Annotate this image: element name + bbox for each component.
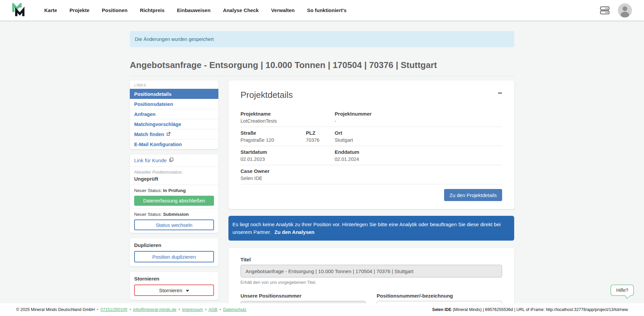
sidebar-item-email-konfiguration[interactable]: E-Mail Konfiguration [130,139,218,149]
copy-icon [169,157,174,164]
field-value: Pragstraße 120 [240,137,306,143]
nav-item-positionen[interactable]: Positionen [102,7,128,13]
main-column: Projektdetails − Projektname LotCreation… [228,80,514,316]
footer-user-details: (Mineral Minds) | 69576255536d | URL of … [451,307,628,312]
sidebar-item-match-finden[interactable]: Match finden [130,129,218,139]
new-status-prefix: Neuer Status: [134,188,162,193]
customer-link[interactable]: Link für Kunde [134,157,174,164]
nav-item-verwalten[interactable]: Verwalten [271,7,294,13]
footer-session-info: Selen IDE (Mineral Minds) | 69576255536d… [432,307,628,312]
footer-user-name: Selen IDE [432,307,452,312]
footer-separator: • [219,307,221,312]
footer-separator: • [178,307,180,312]
help-button[interactable]: Hilfe? [610,285,634,296]
field-label: Case Owner [240,168,502,174]
page-container: Die Änderungen wurden gespeichert Angebo… [130,0,514,316]
go-to-analyses-link[interactable]: Zu den Analysen [274,229,314,235]
field-label: PLZ [306,130,335,136]
footer-link-datenschutz[interactable]: Datenschutz [223,307,246,312]
new-status-1: Neuer Status: In Prüfung [134,188,214,193]
nav-item-analyse-check[interactable]: Analyse Check [223,7,259,13]
title-field-input [240,265,502,277]
footer-copyright: © 2025 Mineral Minds Deutschland GmbH [16,307,95,312]
field-value: 70376 [306,137,335,143]
field-label: Projektnummer [335,111,502,117]
external-link-icon [166,131,171,138]
cancel-card-title: Stornieren [134,276,214,281]
new-status-2-value: Submission [163,212,189,217]
success-alert: Die Änderungen wurden gespeichert [130,31,514,47]
nav-item-karte[interactable]: Karte [44,7,57,13]
status-card: Link für Kunde Aktueller Positionsstatus… [130,154,218,233]
sidebar-item-positionsdetails[interactable]: Positionsdetails [130,89,218,99]
links-card: LINKS Positionsdetails Positionsdateien … [130,80,218,149]
our-position-number-label: Unsere Positionsnummer [240,293,366,299]
field-value: 02.01.2024 [335,156,502,162]
field-plz: PLZ 70376 [306,130,335,143]
server-stack-icon[interactable] [600,6,610,15]
analytics-info-banner: Es liegt noch keine Analytik zu Ihrer Po… [228,216,514,241]
title-field-help: Erhält den von uns vorgegebenen Titel. [240,280,502,285]
sidebar-item-label: Positionsdateien [134,101,173,108]
mineral-minds-logo-icon [12,3,28,18]
top-navbar: Karte Projekte Positionen Richtpreis Ein… [0,0,644,20]
footer-separator: • [129,307,131,312]
footer-link-phone[interactable]: 07151/250100 [101,307,127,312]
new-status-prefix: Neuer Status: [134,212,162,217]
new-status-1-value: In Prüfung [163,188,186,193]
footer-separator: • [205,307,206,312]
field-enddatum: Enddatum 02.01.2024 [335,149,502,162]
field-label: Ort [335,130,502,136]
cancel-dropdown-button[interactable]: Stornieren [134,285,214,296]
sidebar-item-positionsdateien[interactable]: Positionsdateien [130,99,218,109]
page-title: Angebotsanfrage - Entsorgung | 10.000 To… [130,60,514,76]
field-value: 02.01.2023 [240,156,335,162]
sidebar: LINKS Positionsdetails Positionsdateien … [130,80,218,305]
sidebar-item-label: Anfragen [134,111,156,118]
cancel-card: Stornieren Stornieren [130,272,218,300]
nav-item-einbauweisen[interactable]: Einbauweisen [177,7,211,13]
sidebar-item-label: E-Mail Konfiguration [134,141,182,148]
footer-separator: • [97,307,98,312]
field-label: Straße [240,130,306,136]
sidebar-item-label: Matchingvorschläge [134,121,181,128]
duplicate-position-button[interactable]: Position duplizieren [134,251,214,262]
user-avatar[interactable] [618,3,632,17]
complete-data-entry-button[interactable]: Datenerfassung abschließen [134,196,214,206]
links-card-header: LINKS [130,80,218,89]
duplicate-card-title: Duplizieren [134,242,214,248]
analytics-banner-text: Es liegt noch keine Analytik zu Ihrer Po… [232,222,501,235]
nav-item-so-funktionierts[interactable]: So funktioniert's [307,7,346,13]
field-value: Selen IDE [240,175,502,181]
field-label: Startdatum [240,149,335,155]
field-case-owner: Case Owner Selen IDE [240,168,502,181]
sidebar-item-matchingvorschlaege[interactable]: Matchingvorschläge [130,119,218,129]
sidebar-item-anfragen[interactable]: Anfragen [130,109,218,119]
field-value: Stuttgart [335,137,502,143]
project-details-card: Projektdetails − Projektname LotCreation… [228,80,514,209]
footer-link-email[interactable]: info@mineral-minds.de [133,307,176,312]
nav-item-projekte[interactable]: Projekte [69,7,89,13]
field-ort: Ort Stuttgart [335,130,502,143]
switch-status-button[interactable]: Status wechseln [134,219,214,230]
field-value: LotCreationTests [240,118,335,124]
project-details-grid: Projektname LotCreationTests Projektnumm… [240,108,502,184]
field-projektnummer: Projektnummer - [335,111,502,124]
success-alert-text: Die Änderungen wurden gespeichert [135,37,214,42]
field-label: Projektname [240,111,335,117]
caret-down-icon [186,290,189,292]
collapse-icon[interactable]: − [498,90,502,97]
nav-item-richtpreis[interactable]: Richtpreis [140,7,164,13]
cancel-dropdown-label: Stornieren [159,288,182,293]
footer: © 2025 Mineral Minds Deutschland GmbH • … [0,303,644,316]
new-status-2: Neuer Status: Submission [134,211,214,217]
field-startdatum: Startdatum 02.01.2023 [240,149,335,162]
duplicate-card: Duplizieren Position duplizieren [130,238,218,266]
field-projektname: Projektname LotCreationTests [240,111,335,124]
current-status-label: Aktueller Positionsstatus: [134,170,214,175]
content-layout: LINKS Positionsdetails Positionsdateien … [130,80,514,316]
go-to-project-details-button[interactable]: Zu den Projektdetails [444,189,502,201]
sidebar-item-label: Match finden [134,131,164,138]
footer-link-impressum[interactable]: Impressum [182,307,203,312]
footer-link-agb[interactable]: AGB [209,307,217,312]
